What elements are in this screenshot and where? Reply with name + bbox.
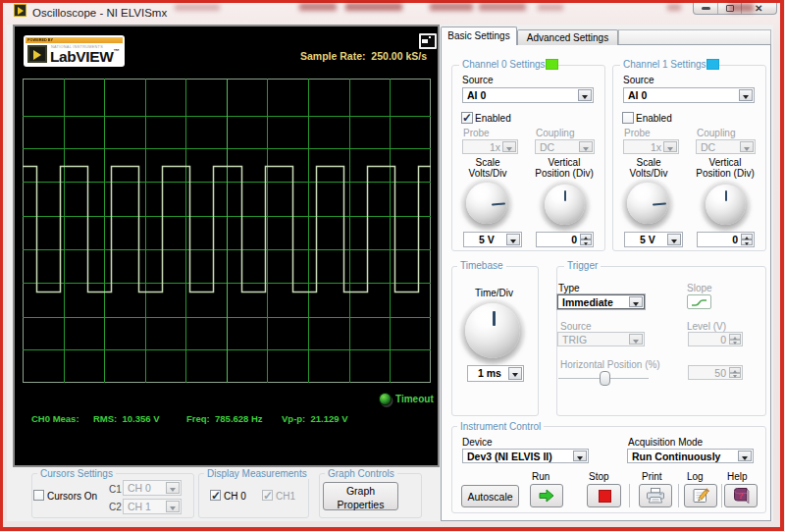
- svg-text:?: ?: [738, 491, 743, 501]
